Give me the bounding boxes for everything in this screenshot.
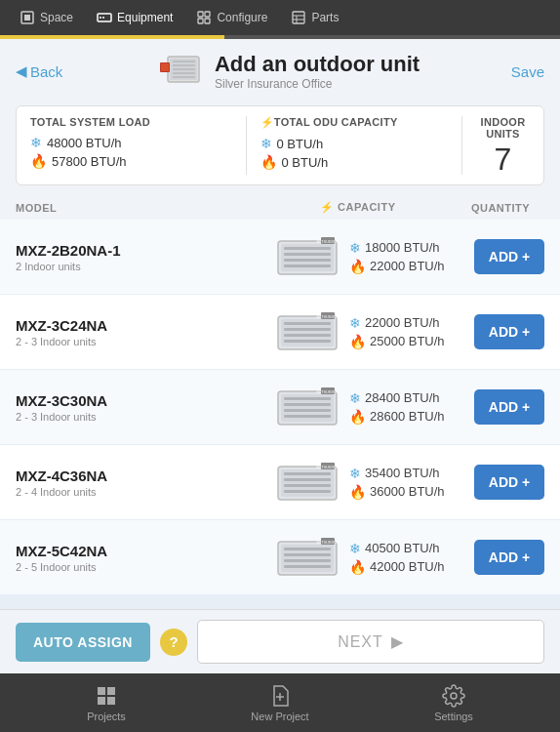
odu-capacity-heating-value: 0 BTU/h [282,155,329,170]
flame-icon: 🔥 [349,484,366,500]
product-model: MXZ-3C24NA [16,317,265,334]
product-cooling-cap: ❄ 28400 BTU/h [349,390,466,406]
svg-rect-21 [161,63,169,71]
svg-rect-27 [284,264,331,267]
next-button[interactable]: NEXT ▶ [197,620,544,664]
new-project-icon [268,684,292,708]
nav-item-space[interactable]: Space [8,0,85,35]
system-load-heating: 🔥 57800 BTU/h [30,153,232,169]
nav-item-parts[interactable]: Parts [279,0,350,35]
cooling-btu: 40500 BTU/h [365,541,440,555]
svg-text:MITSUBISHI: MITSUBISHI [317,389,340,394]
svg-text:MITSUBISHI: MITSUBISHI [317,239,340,244]
product-cooling-cap: ❄ 18000 BTU/h [349,240,466,256]
svg-rect-2 [98,14,111,21]
product-desc: 2 - 4 Indoor units [16,486,265,498]
svg-rect-42 [284,409,331,412]
lightning-icon: ⚡ [260,116,274,128]
flame-icon: 🔥 [349,409,366,425]
indoor-units-count: 7 [495,143,512,175]
product-cooling-cap: ❄ 40500 BTU/h [349,541,466,556]
stats-card: TOTAL SYSTEM LOAD ❄ 48000 BTU/h 🔥 57800 … [16,105,544,185]
tab-new-project[interactable]: New Project [193,684,367,722]
product-desc: 2 - 3 Indoor units [16,411,265,423]
system-load-heating-value: 57800 BTU/h [52,154,127,169]
snowflake-icon-2: ❄ [260,136,272,151]
snowflake-icon: ❄ [30,135,42,150]
col-model: MODEL [16,202,320,214]
cooling-btu: 28400 BTU/h [365,390,440,405]
tab-projects[interactable]: Projects [20,684,193,722]
svg-rect-5 [198,12,203,17]
page-title: Add an outdoor unit [215,52,420,77]
product-desc: 2 Indoor units [16,261,265,272]
product-image: MITSUBISHI [273,457,341,508]
system-load-cooling-value: 48000 BTU/h [47,136,122,150]
svg-rect-58 [284,559,331,562]
flame-icon: 🔥 [30,153,47,169]
nav-configure-label: Configure [217,11,267,24]
svg-text:MITSUBISHI: MITSUBISHI [317,465,340,469]
next-arrow-icon: ▶ [391,632,404,651]
ac-unit-image: MITSUBISHI [274,459,340,506]
snowflake-icon: ❄ [349,541,361,556]
snowflake-icon: ❄ [349,466,361,481]
ac-unit-image: MITSUBISHI [274,534,340,581]
add-button[interactable]: ADD + [474,239,544,274]
indoor-units-col: INDOORUNITS 7 [461,116,530,175]
total-odu-capacity-col: ⚡TOTAL ODU CAPACITY ❄ 0 BTU/h 🔥 0 BTU/h [246,116,462,175]
nav-item-equipment[interactable]: Equipment [85,0,184,35]
svg-rect-32 [284,322,331,325]
col-capacity-label: CAPACITY [338,201,395,213]
nav-parts-label: Parts [311,11,339,24]
product-desc: 2 - 5 Indoor units [16,561,265,573]
ac-unit-image: MITSUBISHI [274,233,340,280]
help-button[interactable]: ? [160,629,187,656]
product-row: MXZ-4C36NA 2 - 4 Indoor units MITSUBISHI [0,445,560,520]
svg-rect-6 [205,12,210,17]
cooling-btu: 18000 BTU/h [365,240,440,255]
ac-unit-image: MITSUBISHI [274,308,340,355]
col-capacity: ⚡ CAPACITY [320,201,457,214]
page-subtitle: Silver Insurance Office [215,77,420,91]
nav-space-label: Space [40,11,73,24]
system-load-cooling: ❄ 48000 BTU/h [30,135,232,150]
svg-rect-1 [24,15,30,20]
product-capacity: ❄ 40500 BTU/h 🔥 42000 BTU/h [349,541,466,575]
back-button[interactable]: ◀ Back [16,62,62,80]
add-button[interactable]: ADD + [474,389,544,425]
total-system-load-col: TOTAL SYSTEM LOAD ❄ 48000 BTU/h 🔥 57800 … [30,116,232,175]
bottom-tab-bar: Projects New Project Settings [0,673,560,732]
svg-rect-9 [293,12,304,23]
product-info: MXZ-2B20NA-1 2 Indoor units [16,242,265,272]
snowflake-icon: ❄ [349,390,361,406]
add-button[interactable]: ADD + [474,540,544,575]
next-label: NEXT [338,633,383,651]
tab-settings[interactable]: Settings [367,684,540,722]
save-button[interactable]: Save [511,63,544,80]
svg-rect-35 [284,340,331,343]
svg-rect-51 [284,490,331,493]
product-image: MITSUBISHI [273,231,341,282]
back-label: Back [30,63,62,80]
auto-assign-button[interactable]: AUTO ASSIGN [16,623,150,662]
add-button[interactable]: ADD + [474,465,544,500]
equipment-icon [97,10,112,25]
odu-capacity-cooling: ❄ 0 BTU/h [260,136,462,151]
odu-capacity-heating: 🔥 0 BTU/h [260,154,462,170]
product-heating-cap: 🔥 25000 BTU/h [349,334,466,349]
add-button[interactable]: ADD + [474,314,544,349]
nav-equipment-label: Equipment [117,11,173,24]
outdoor-unit-icon [154,49,205,94]
product-desc: 2 - 3 Indoor units [16,336,265,347]
svg-rect-8 [205,19,210,23]
product-capacity: ❄ 28400 BTU/h 🔥 28600 BTU/h [349,390,466,425]
svg-rect-24 [284,247,331,250]
nav-item-configure[interactable]: Configure [184,0,279,35]
product-info: MXZ-5C42NA 2 - 5 Indoor units [16,543,265,573]
ac-unit-image: MITSUBISHI [274,384,340,430]
product-image: MITSUBISHI [273,532,341,583]
product-model: MXZ-4C36NA [16,468,265,484]
svg-rect-48 [284,472,331,475]
total-odu-capacity-label: ⚡TOTAL ODU CAPACITY [260,116,462,129]
